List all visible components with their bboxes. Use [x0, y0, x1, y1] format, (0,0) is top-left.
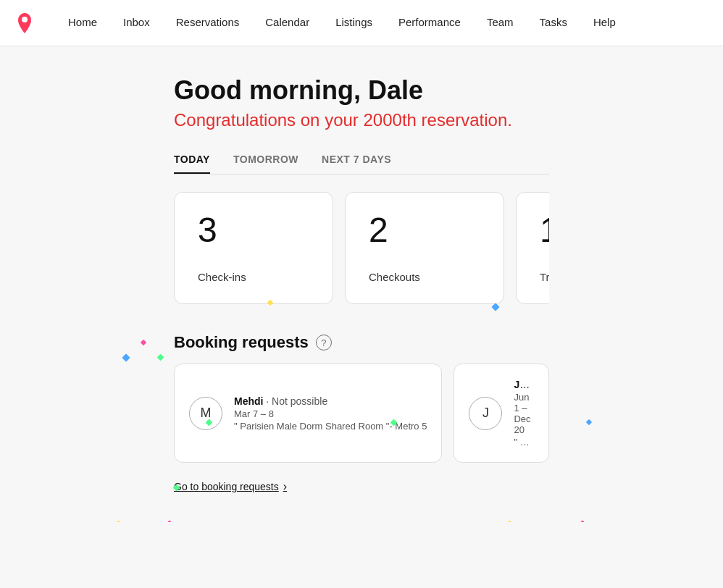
main-content: Good morning, Dale Congratulations on yo… — [0, 46, 723, 522]
stat-number: 14 — [540, 213, 549, 248]
avatar: M — [189, 397, 222, 430]
booking-name-status: Mehdi · Not possible — [234, 395, 427, 407]
nav-item-listings[interactable]: Listings — [322, 0, 385, 46]
stat-card-check-ins: 3Check-ins — [174, 192, 333, 304]
tab-tomorrow[interactable]: TOMORROW — [233, 154, 298, 174]
booking-dates: Mar 7 – 8 — [234, 408, 427, 419]
stat-card-checkouts: 2Checkouts — [345, 192, 504, 304]
stat-card-trips: 14Trips — [516, 192, 549, 304]
nav-item-tasks[interactable]: Tasks — [527, 0, 580, 46]
confetti-piece — [586, 419, 592, 425]
stat-number: 2 — [369, 213, 480, 248]
confetti-piece — [122, 353, 130, 361]
confetti-piece — [491, 303, 499, 311]
booking-info: Mehdi · Not possibleMar 7 – 8" Parisien … — [234, 395, 427, 432]
confetti-piece — [506, 521, 514, 522]
greeting-subtitle: Congratulations on your 2000th reservati… — [174, 110, 549, 130]
nav-item-performance[interactable]: Performance — [385, 0, 474, 46]
stat-label: Checkouts — [369, 271, 480, 283]
nav-items: HomeInboxReservationsCalendarListingsPer… — [55, 0, 629, 46]
help-icon[interactable]: ? — [316, 335, 332, 350]
booking-name-status: Jamie · Inquiry — [514, 379, 534, 390]
tab-today[interactable]: TODAY — [174, 154, 210, 174]
booking-requests-title: Booking requests — [174, 333, 309, 352]
confetti-piece — [141, 340, 146, 345]
booking-cards-row: MMehdi · Not possibleMar 7 – 8" Parisien… — [174, 364, 549, 463]
nav-item-help[interactable]: Help — [580, 0, 629, 46]
booking-listing: " Parisien Male Dorm Room " – — [514, 437, 534, 448]
stat-number: 3 — [198, 213, 309, 248]
chevron-right-icon: › — [283, 480, 287, 493]
main-nav: HomeInboxReservationsCalendarListingsPer… — [0, 0, 723, 46]
stat-label: Trips — [540, 271, 549, 283]
booking-requests-header: Booking requests ? — [174, 333, 549, 352]
stat-label: Check-ins — [198, 271, 309, 283]
confetti-piece — [578, 520, 586, 522]
confetti-piece — [115, 521, 122, 522]
confetti-piece — [157, 354, 164, 361]
nav-item-calendar[interactable]: Calendar — [252, 0, 322, 46]
booking-listing: " Parisien Male Dorm Shared Room "- Metr… — [234, 421, 427, 432]
svg-point-0 — [22, 17, 28, 22]
booking-info: Jamie · InquiryJun 1 – Dec 20" Parisien … — [514, 379, 534, 448]
nav-item-reservations[interactable]: Reservations — [163, 0, 253, 46]
booking-card-0[interactable]: MMehdi · Not possibleMar 7 – 8" Parisien… — [174, 364, 442, 463]
avatar: J — [469, 397, 502, 430]
nav-item-home[interactable]: Home — [55, 0, 110, 46]
booking-card-1[interactable]: JJamie · InquiryJun 1 – Dec 20" Parisien… — [454, 364, 549, 463]
airbnb-logo[interactable] — [12, 10, 38, 36]
go-to-booking-requests-link[interactable]: Go to booking requests › — [174, 480, 287, 493]
greeting-title: Good morning, Dale — [174, 75, 549, 106]
stat-cards-row: 3Check-ins2Checkouts14Trips — [174, 192, 549, 304]
nav-item-team[interactable]: Team — [474, 0, 527, 46]
tabs-row: TODAYTOMORROWNEXT 7 DAYS — [174, 154, 549, 175]
nav-item-inbox[interactable]: Inbox — [110, 0, 163, 46]
confetti-piece — [165, 520, 173, 522]
booking-dates: Jun 1 – Dec 20 — [514, 392, 534, 435]
tab-next-7-days[interactable]: NEXT 7 DAYS — [322, 154, 391, 174]
